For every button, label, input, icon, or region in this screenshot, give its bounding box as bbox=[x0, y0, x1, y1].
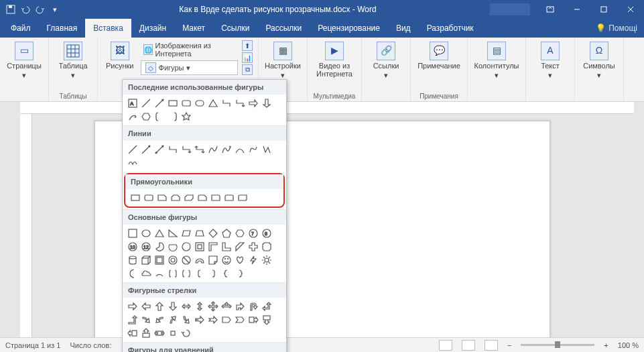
shape-parallelogram[interactable] bbox=[180, 227, 192, 239]
shape-elbow2[interactable] bbox=[167, 143, 179, 156]
shape-hexagon[interactable] bbox=[140, 111, 152, 123]
shape-arrow-circular[interactable] bbox=[180, 327, 192, 339]
shape-arrow-lr[interactable] bbox=[180, 300, 192, 312]
status-page[interactable]: Страница 1 из 1 bbox=[5, 341, 60, 349]
shape-decagon[interactable]: 10 bbox=[127, 241, 139, 253]
shape-arrow-ud[interactable] bbox=[194, 300, 206, 312]
shape-arrow-bent-up[interactable] bbox=[127, 314, 139, 326]
shape-snip-diag[interactable] bbox=[183, 192, 195, 204]
qat-customize-icon[interactable]: ▾ bbox=[48, 3, 62, 16]
online-pictures-button[interactable]: 🌐 Изображения из Интернета bbox=[141, 40, 238, 59]
shape-rounded-rect2[interactable] bbox=[194, 97, 206, 109]
tab-home[interactable]: Главная bbox=[39, 19, 86, 38]
shape-plus[interactable] bbox=[247, 241, 259, 253]
shape-double-brace[interactable] bbox=[180, 268, 192, 280]
shape-no-symbol[interactable] bbox=[180, 254, 192, 266]
shape-round-single[interactable] bbox=[210, 192, 222, 204]
shape-cube[interactable] bbox=[140, 254, 152, 266]
redo-button[interactable] bbox=[34, 3, 47, 16]
comment-button[interactable]: 💬 Примечание bbox=[416, 40, 462, 71]
shape-line-arrow2[interactable] bbox=[140, 143, 152, 156]
shape-bevel[interactable] bbox=[153, 254, 166, 266]
shape-diag-stripe[interactable] bbox=[234, 241, 246, 253]
symbols-button[interactable]: Ω Символы▾ bbox=[580, 40, 618, 80]
shape-arrow-pentagon[interactable] bbox=[220, 314, 233, 326]
shape-line-arrow[interactable] bbox=[153, 97, 166, 109]
tab-insert[interactable]: Вставка bbox=[85, 19, 131, 38]
shape-trapezoid[interactable] bbox=[194, 227, 206, 239]
tab-layout[interactable]: Макет bbox=[174, 19, 213, 38]
shape-arrow-callout-d[interactable] bbox=[261, 314, 273, 326]
view-web-layout[interactable] bbox=[485, 340, 498, 351]
addins-button[interactable]: ▦ Настройки▾ bbox=[264, 40, 302, 80]
online-video-button[interactable]: ▶ Видео из Интернета bbox=[313, 40, 356, 79]
undo-button[interactable] bbox=[19, 3, 32, 16]
shape-round-diag[interactable] bbox=[237, 192, 249, 204]
shape-teardrop[interactable] bbox=[180, 241, 192, 253]
chart-icon[interactable]: 📊 bbox=[242, 52, 253, 63]
shape-block-arc[interactable] bbox=[194, 254, 206, 266]
shape-arrow-callout-r[interactable] bbox=[247, 314, 259, 326]
shape-folded-corner[interactable] bbox=[207, 254, 219, 266]
shape-can[interactable] bbox=[127, 254, 139, 266]
smartart-icon[interactable]: ⬆ bbox=[242, 40, 253, 51]
shape-round-same[interactable] bbox=[223, 192, 235, 204]
account-region[interactable] bbox=[490, 3, 530, 15]
shape-brace-r[interactable] bbox=[167, 111, 179, 123]
shape-snip-same[interactable] bbox=[170, 192, 182, 204]
shape-arrow-callout-l[interactable] bbox=[127, 327, 139, 339]
shape-octagon[interactable]: 8 bbox=[261, 227, 273, 239]
view-print-layout[interactable] bbox=[462, 340, 475, 351]
zoom-in-icon[interactable]: + bbox=[604, 341, 608, 349]
shapes-button[interactable]: ◇ Фигуры▾ bbox=[141, 60, 238, 75]
minimize-button[interactable] bbox=[564, 0, 590, 19]
text-button[interactable]: A Текст▾ bbox=[531, 40, 569, 80]
shape-freeform[interactable] bbox=[247, 143, 259, 156]
pages-button[interactable]: ▭ Страницы▾ bbox=[5, 40, 43, 80]
shape-oval[interactable] bbox=[140, 227, 152, 239]
shape-right-bracket[interactable] bbox=[207, 268, 219, 280]
shape-round-rect[interactable] bbox=[143, 192, 155, 204]
pictures-button[interactable]: 🖼 Рисунки bbox=[103, 40, 137, 71]
shape-dodecagon[interactable]: 12 bbox=[140, 241, 152, 253]
tab-developer[interactable]: Разработчик bbox=[419, 19, 482, 38]
shape-elbow-double[interactable] bbox=[194, 143, 206, 156]
shape-snip-round[interactable] bbox=[196, 192, 208, 204]
shape-left-brace[interactable] bbox=[220, 268, 233, 280]
save-button[interactable] bbox=[4, 3, 17, 16]
shape-pentagon[interactable] bbox=[220, 227, 233, 239]
shape-arrow-d[interactable] bbox=[167, 300, 179, 312]
zoom-out-icon[interactable]: − bbox=[507, 341, 511, 349]
shape-brace[interactable] bbox=[153, 111, 166, 123]
shape-pie[interactable] bbox=[153, 241, 166, 253]
shape-arc[interactable] bbox=[153, 268, 166, 280]
shape-frame[interactable] bbox=[194, 241, 206, 253]
shape-line2[interactable] bbox=[127, 143, 139, 156]
links-button[interactable]: 🔗 Ссылки▾ bbox=[367, 40, 405, 80]
shape-arrow-u[interactable] bbox=[153, 300, 166, 312]
shape-arrow-chevron[interactable] bbox=[234, 314, 246, 326]
view-read-mode[interactable] bbox=[439, 340, 452, 351]
shape-line-double-arrow[interactable] bbox=[153, 143, 166, 156]
shape-chord[interactable] bbox=[167, 241, 179, 253]
shape-arrow-right[interactable] bbox=[247, 97, 259, 109]
shape-donut[interactable] bbox=[167, 254, 179, 266]
shape-elbow-arrow[interactable] bbox=[234, 97, 246, 109]
shape-arrow-left-up[interactable] bbox=[261, 300, 273, 312]
shape-moon[interactable] bbox=[127, 268, 139, 280]
shape-textbox[interactable]: A bbox=[127, 97, 139, 109]
status-words[interactable]: Число слов: bbox=[70, 341, 111, 349]
ribbon-display-options-button[interactable] bbox=[537, 0, 564, 19]
tab-design[interactable]: Дизайн bbox=[131, 19, 174, 38]
shape-heart[interactable] bbox=[234, 254, 246, 266]
shape-line[interactable] bbox=[140, 97, 152, 109]
screenshot-icon[interactable]: ⧉ bbox=[242, 64, 253, 75]
shape-arrow-bent[interactable] bbox=[234, 300, 246, 312]
shape-double-bracket[interactable] bbox=[167, 268, 179, 280]
tab-view[interactable]: Вид bbox=[388, 19, 419, 38]
shape-arrow-lru[interactable] bbox=[220, 300, 233, 312]
shape-cloud[interactable] bbox=[140, 268, 152, 280]
shape-arrow-callout-u[interactable] bbox=[140, 327, 152, 339]
shape-arrow-curved-l[interactable] bbox=[153, 314, 166, 326]
vertical-ruler[interactable] bbox=[20, 114, 32, 337]
